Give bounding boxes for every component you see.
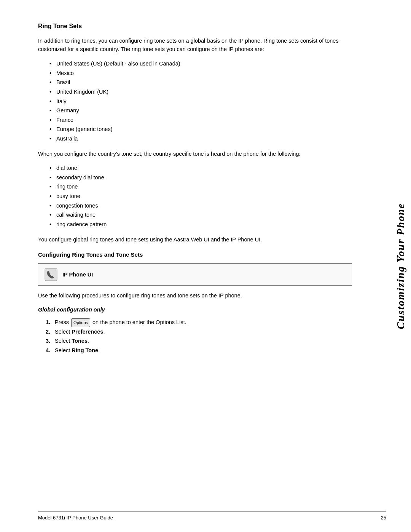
step4-after: . (98, 347, 100, 353)
step2-text: Select (55, 329, 72, 335)
configuring-heading: Configuring Ring Tones and Tone Sets (38, 251, 352, 258)
list-item: busy tone (49, 192, 352, 201)
configure-info: You configure global ring tones and tone… (38, 235, 352, 244)
list-item: ring tone (49, 182, 352, 192)
step4-text: Select (55, 347, 72, 353)
list-item: Germany (49, 106, 352, 115)
sidebar-title-text: Customizing Your Phone (395, 203, 407, 329)
list-item: call waiting tone (49, 210, 352, 220)
ring-tone-sets-heading: Ring Tone Sets (38, 23, 352, 30)
step2-after: . (103, 329, 105, 335)
page-footer: Model 6731i IP Phone User Guide 25 (38, 511, 386, 521)
sidebar-title-area: Customizing Your Phone (390, 0, 411, 532)
footer-model-text: Model 6731i IP Phone User Guide (38, 515, 113, 521)
list-item: Select Tones. (46, 336, 352, 346)
ip-phone-ui-label: IP Phone UI (62, 272, 93, 278)
list-item: ring cadence pattern (49, 220, 352, 229)
list-item: Brazil (49, 78, 352, 87)
tone-items-list: dial tone secondary dial tone ring tone … (49, 163, 352, 229)
list-item: Press Options on the phone to enter the … (46, 318, 352, 327)
list-item: United States (US) (Default - also used … (49, 59, 352, 69)
list-item: Europe (generic tones) (49, 125, 352, 134)
footer-page-number: 25 (381, 515, 386, 521)
list-item: Italy (49, 97, 352, 106)
step3-text: Select (55, 338, 72, 344)
list-item: Select Ring Tone. (46, 346, 352, 355)
list-item: Select Preferences. (46, 327, 352, 337)
list-item: Mexico (49, 69, 352, 78)
page-container: Customizing Your Phone Ring Tone Sets In… (0, 0, 411, 532)
global-config-label: Global configuration only (38, 305, 352, 314)
steps-list: Press Options on the phone to enter the … (46, 318, 352, 355)
step3-after: . (88, 338, 89, 344)
phone-icon (44, 268, 58, 281)
country-tone-intro: When you configure the country's tone se… (38, 150, 352, 158)
step2-bold: Preferences (72, 329, 103, 335)
ip-phone-ui-box: IP Phone UI (38, 263, 352, 286)
list-item: secondary dial tone (49, 173, 352, 182)
svg-rect-0 (45, 268, 57, 281)
countries-list: United States (US) (Default - also used … (49, 59, 352, 144)
list-item: France (49, 115, 352, 125)
usage-text: Use the following procedures to configur… (38, 291, 352, 300)
main-content: Ring Tone Sets In addition to ring tones… (38, 23, 352, 355)
list-item: Australia (49, 134, 352, 144)
step1-after: on the phone to enter the Options List. (92, 319, 186, 325)
list-item: United Kingdom (UK) (49, 87, 352, 97)
step1-before: Press (55, 319, 70, 325)
ring-tone-sets-intro: In addition to ring tones, you can confi… (38, 37, 352, 54)
list-item: congestion tones (49, 201, 352, 211)
list-item: dial tone (49, 163, 352, 173)
step4-bold: Ring Tone (72, 347, 98, 353)
step3-bold: Tones (72, 338, 88, 344)
options-button: Options (71, 318, 90, 327)
